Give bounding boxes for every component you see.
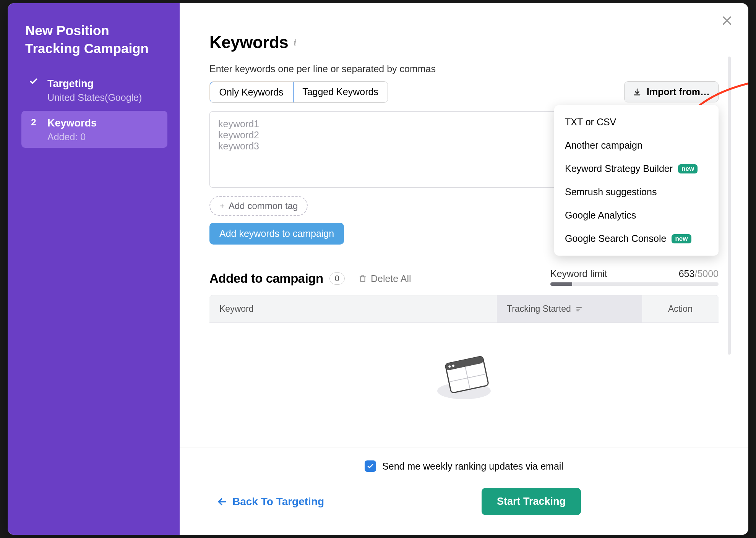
add-tag-label: Add common tag <box>229 201 298 211</box>
import-option-google-analytics[interactable]: Google Analytics <box>554 204 719 227</box>
step-keywords[interactable]: 2 Keywords Added: 0 <box>21 111 167 148</box>
back-link-label: Back To Targeting <box>232 496 324 508</box>
delete-all-label: Delete All <box>371 273 411 284</box>
import-button-label: Import from… <box>647 86 710 97</box>
plus-icon: + <box>219 201 225 211</box>
keywords-table-header: Keyword Tracking Started Action <box>209 295 719 323</box>
main-panel: Keywords i Enter keywords one per line o… <box>180 3 748 535</box>
step-targeting[interactable]: Targeting United States(Google) <box>21 71 167 109</box>
weekly-updates-checkbox[interactable] <box>365 460 376 472</box>
start-tracking-button[interactable]: Start Tracking <box>482 488 581 515</box>
import-option-semrush-suggestions[interactable]: Semrush suggestions <box>554 180 719 204</box>
delete-all-button[interactable]: Delete All <box>359 273 411 284</box>
page-title-text: Keywords <box>209 33 288 52</box>
wizard-footer: Send me weekly ranking updates via email… <box>180 447 748 535</box>
add-keywords-button[interactable]: Add keywords to campaign <box>209 223 344 245</box>
weekly-updates-label: Send me weekly ranking updates via email <box>382 461 563 472</box>
limit-used: 653 <box>679 268 695 279</box>
col-action: Action <box>642 295 719 322</box>
import-option-google-search-console[interactable]: Google Search Consolenew <box>554 227 719 250</box>
trash-icon <box>359 274 367 283</box>
wizard-sidebar: New Position Tracking Campaign Targeting… <box>8 3 180 535</box>
limit-label: Keyword limit <box>550 268 607 279</box>
check-icon <box>367 463 374 470</box>
import-option-another-campaign[interactable]: Another campaign <box>554 134 719 157</box>
step-label: Targeting <box>47 77 161 91</box>
info-icon[interactable]: i <box>294 37 296 48</box>
tab-only-keywords[interactable]: Only Keywords <box>209 81 294 103</box>
step-number: 2 <box>28 116 39 128</box>
sort-desc-icon <box>576 306 582 313</box>
import-option-txt-csv[interactable]: TXT or CSV <box>554 110 719 134</box>
import-from-button[interactable]: Import from… <box>624 81 719 102</box>
download-icon <box>633 88 641 96</box>
scrollbar[interactable] <box>728 57 731 355</box>
add-common-tag-button[interactable]: + Add common tag <box>209 196 308 216</box>
step-sublabel: Added: 0 <box>47 131 161 143</box>
tab-tagged-keywords[interactable]: Tagged Keywords <box>293 82 388 102</box>
added-count-pill: 0 <box>329 272 345 285</box>
import-option-keyword-strategy-builder[interactable]: Keyword Strategy Buildernew <box>554 157 719 180</box>
step-sublabel: United States(Google) <box>47 92 161 103</box>
limit-progress-bar <box>550 282 719 286</box>
keyword-limit: Keyword limit 653/5000 <box>550 268 719 286</box>
check-icon <box>28 77 39 86</box>
empty-state-illustration <box>430 349 498 402</box>
back-to-targeting-link[interactable]: Back To Targeting <box>217 496 324 508</box>
import-dropdown: TXT or CSV Another campaign Keyword Stra… <box>554 105 719 256</box>
col-keyword[interactable]: Keyword <box>209 295 497 322</box>
page-title: Keywords i <box>209 33 719 52</box>
col-tracking-started[interactable]: Tracking Started <box>497 295 642 322</box>
added-to-campaign-title: Added to campaign <box>209 271 323 286</box>
keyword-mode-tabs: Only Keywords Tagged Keywords <box>209 81 388 103</box>
arrow-left-icon <box>217 497 227 507</box>
step-label: Keywords <box>47 116 161 130</box>
new-badge: new <box>678 164 698 173</box>
limit-total: /5000 <box>694 268 719 279</box>
sidebar-title: New Position Tracking Campaign <box>25 21 167 58</box>
new-badge: new <box>672 234 691 243</box>
helper-text: Enter keywords one per line or separated… <box>209 63 719 75</box>
